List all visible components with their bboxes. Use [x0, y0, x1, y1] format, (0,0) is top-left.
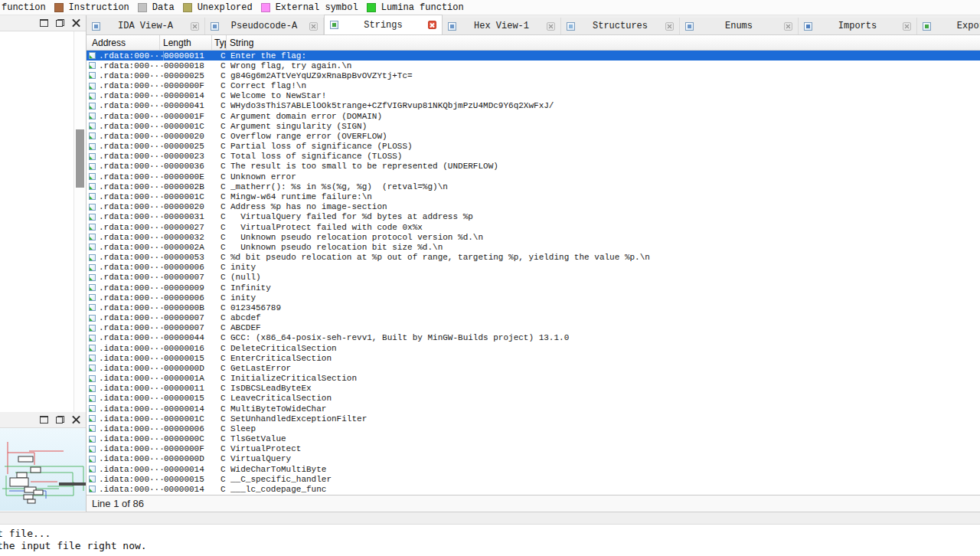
cell-address: .rdata:000···	[99, 293, 164, 303]
color-legend-bar: function Instruction Data Unexplored Ext…	[0, 0, 980, 15]
tab-structures[interactable]: Structures	[561, 18, 680, 34]
tab-strings[interactable]: Strings	[324, 15, 443, 34]
column-header-type[interactable]: Type	[212, 35, 227, 50]
cell-string: 0123456789	[230, 303, 980, 312]
cell-string: _matherr(): %s in %s(%g, %g) (retval=%g)…	[230, 182, 980, 191]
tab-exports[interactable]: Exports	[917, 18, 980, 34]
float-window-icon[interactable]	[56, 416, 64, 424]
output-window[interactable]: t file... the input file right now.	[0, 525, 980, 556]
scrollbar-thumb[interactable]	[76, 129, 84, 188]
tab-close-icon[interactable]	[903, 22, 911, 31]
table-row[interactable]: .idata:000··· 00000014 C WideCharToMulti…	[87, 464, 980, 474]
cell-string: LeaveCriticalSection	[230, 394, 980, 403]
table-row[interactable]: .idata:000··· 0000001A C InitializeCriti…	[87, 374, 980, 384]
table-row[interactable]: .rdata:000··· 00000006 C inity	[87, 263, 980, 273]
tab-hex-view-1[interactable]: Hex View-1	[443, 18, 561, 34]
table-row[interactable]: .idata:000··· 00000006 C Sleep	[87, 424, 980, 433]
table-row[interactable]: .idata:000··· 00000016 C DeleteCriticalS…	[87, 343, 980, 353]
tab-close-icon[interactable]	[665, 22, 674, 31]
tab-close-icon[interactable]	[428, 21, 436, 29]
cell-length: 00000007	[164, 323, 214, 332]
legend-label: Lumina function	[381, 2, 464, 13]
graph-overview-canvas[interactable]	[0, 428, 86, 511]
table-row[interactable]: .rdata:000··· 00000009 C Infinity	[87, 283, 980, 293]
tab-pseudocode-a[interactable]: Pseudocode-A	[205, 18, 324, 34]
table-row[interactable]: .rdata:000··· 0000002B C _matherr(): %s …	[87, 182, 980, 191]
table-row[interactable]: .idata:000··· 00000014 C ___lc_codepage_…	[87, 484, 980, 494]
tab-close-icon[interactable]	[309, 22, 318, 31]
vertical-scrollbar[interactable]	[74, 31, 86, 412]
table-row[interactable]: .idata:000··· 00000011 C IsDBCSLeadByteE…	[87, 384, 980, 394]
cell-type: C	[214, 454, 230, 463]
table-row[interactable]: .rdata:000··· 00000036 C The result is t…	[87, 162, 980, 172]
tab-close-icon[interactable]	[191, 22, 199, 31]
tab-enums[interactable]: Enums	[680, 18, 799, 34]
cell-type: C	[214, 91, 230, 100]
cell-type: C	[214, 81, 230, 90]
table-row[interactable]: .rdata:000··· 0000002A C Unknown pseudo …	[87, 242, 980, 252]
legend-label: Data	[152, 2, 175, 13]
table-row[interactable]: .rdata:000··· 00000007 C abcdef	[87, 312, 980, 322]
tab-close-icon[interactable]	[784, 22, 792, 31]
panel-titlebar	[0, 15, 86, 31]
strings-icon	[330, 21, 338, 29]
table-row[interactable]: .rdata:000··· 00000032 C Unknown pseudo …	[87, 232, 980, 242]
maximize-icon[interactable]	[40, 19, 48, 27]
cell-address: .rdata:000···	[99, 122, 164, 131]
table-row[interactable]: .idata:000··· 00000015 C LeaveCriticalSe…	[87, 394, 980, 404]
cell-length: 0000002B	[164, 182, 214, 191]
cell-string: Enter the flag:	[230, 51, 980, 61]
table-row[interactable]: .rdata:000··· 0000000E C Unknown error	[87, 172, 980, 182]
table-row[interactable]: .rdata:000··· 0000001C C Argument singul…	[87, 121, 980, 131]
table-row[interactable]: .idata:000··· 0000000D C VirtualQuery	[87, 454, 980, 464]
float-window-icon[interactable]	[56, 19, 64, 27]
table-row[interactable]: .rdata:000··· 00000031 C VirtualQuery fa…	[87, 212, 980, 222]
table-row[interactable]: .rdata:000··· 0000001F C Argument domain…	[87, 111, 980, 121]
table-row[interactable]: .rdata:000··· 00000053 C %d bit pseudo r…	[87, 252, 980, 262]
cell-type: C	[214, 344, 230, 353]
string-item-icon	[89, 446, 96, 453]
column-header-address[interactable]: Address	[87, 35, 160, 50]
table-row[interactable]: .rdata:000··· 00000011 C Enter the flag:	[87, 51, 980, 61]
table-row[interactable]: .rdata:000··· 0000000B C 0123456789	[87, 303, 980, 312]
table-row[interactable]: .idata:000··· 0000000F C VirtualProtect	[87, 444, 980, 454]
table-row[interactable]: .idata:000··· 00000015 C __C_specific_ha…	[87, 474, 980, 484]
cell-type: C	[214, 283, 230, 293]
cell-address: .rdata:000···	[99, 61, 164, 70]
cell-address: .idata:000···	[99, 384, 164, 393]
table-row[interactable]: .rdata:000··· 00000025 C Partial loss of…	[87, 142, 980, 152]
table-row[interactable]: .rdata:000··· 00000027 C VirtualProtect …	[87, 222, 980, 232]
string-item-icon	[89, 62, 96, 69]
table-row[interactable]: .rdata:000··· 00000041 C WHydo3sThiS7ABL…	[87, 101, 980, 111]
table-row[interactable]: .rdata:000··· 0000000F C Correct flag!\n	[87, 81, 980, 91]
cell-string: ABCDEF	[230, 323, 980, 332]
cell-type: C	[214, 132, 230, 141]
table-row[interactable]: .rdata:000··· 00000020 C Address %p has …	[87, 202, 980, 212]
close-icon[interactable]	[72, 416, 80, 424]
tab-label: Structures	[579, 21, 662, 31]
cell-string: Overflow range error (OVERFLOW)	[230, 132, 980, 141]
maximize-icon[interactable]	[40, 416, 48, 424]
table-row[interactable]: .idata:000··· 00000015 C EnterCriticalSe…	[87, 353, 980, 363]
close-icon[interactable]	[72, 19, 80, 27]
table-row[interactable]: .idata:000··· 00000014 C MultiByteToWide…	[87, 404, 980, 414]
tab-close-icon[interactable]	[547, 22, 555, 31]
table-row[interactable]: .rdata:000··· 00000007 C (null)	[87, 273, 980, 283]
column-header-string[interactable]: String	[227, 35, 980, 50]
table-row[interactable]: .rdata:000··· 00000014 C Welcome to NewS…	[87, 91, 980, 101]
table-row[interactable]: .rdata:000··· 0000001C C Mingw-w64 runti…	[87, 191, 980, 201]
table-row[interactable]: .rdata:000··· 00000020 C Overflow range …	[87, 131, 980, 141]
table-row[interactable]: .idata:000··· 0000001C C SetUnhandledExc…	[87, 414, 980, 424]
tab-imports[interactable]: Imports	[799, 18, 917, 34]
table-row[interactable]: .idata:000··· 0000000C C TlsGetValue	[87, 434, 980, 444]
table-row[interactable]: .rdata:000··· 00000007 C ABCDEF	[87, 323, 980, 333]
cell-string: Correct flag!\n	[230, 81, 980, 90]
column-header-length[interactable]: Length	[160, 35, 212, 50]
table-row[interactable]: .rdata:000··· 00000025 C g84Gg6m2ATtVeYq…	[87, 70, 980, 80]
table-row[interactable]: .rdata:000··· 00000018 C Wrong flag, try…	[87, 61, 980, 70]
table-row[interactable]: .idata:000··· 0000000D C GetLastError	[87, 363, 980, 373]
table-row[interactable]: .rdata:000··· 00000023 C Total loss of s…	[87, 152, 980, 162]
table-row[interactable]: .rdata:000··· 00000044 C GCC: (x86_64-po…	[87, 333, 980, 343]
tab-ida-view-a[interactable]: IDA View-A	[87, 18, 205, 34]
table-row[interactable]: .rdata:000··· 00000006 C inity	[87, 293, 980, 303]
